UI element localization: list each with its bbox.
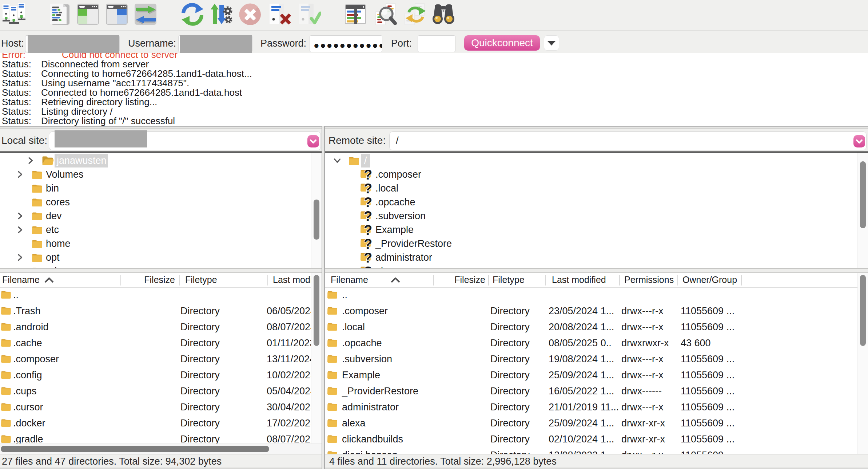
svg-text:?: ? [364, 210, 372, 222]
svg-text:?: ? [364, 197, 372, 209]
svg-text:?: ? [364, 252, 372, 264]
svg-text:?: ? [364, 169, 372, 181]
svg-text:?: ? [364, 238, 372, 250]
svg-text:?: ? [364, 183, 372, 195]
svg-text:?: ? [364, 224, 372, 236]
